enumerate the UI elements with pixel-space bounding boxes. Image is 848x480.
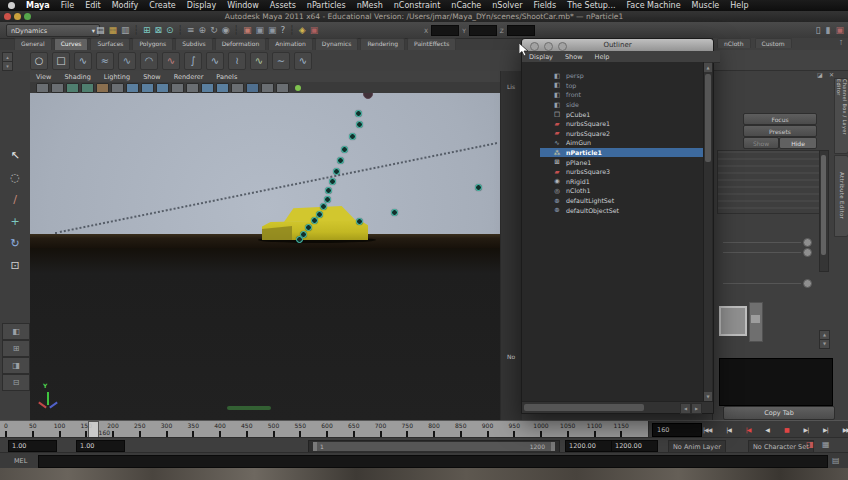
menubar-item-help[interactable]: Help (730, 1, 748, 10)
play-backwards-button[interactable]: ◀ (765, 426, 769, 433)
step-forward-frame-button[interactable]: ▶| (823, 426, 828, 433)
apple-logo-icon[interactable] (8, 2, 15, 9)
circle-tool-icon[interactable]: ○ (30, 52, 48, 70)
menubar-item-nmesh[interactable]: nMesh (357, 1, 383, 10)
scrollbar-thumb[interactable] (705, 74, 711, 162)
toggle-attr-icon[interactable]: ▣ (835, 22, 844, 38)
viewport-toolbar-icon[interactable] (51, 83, 64, 93)
select-tool-icon[interactable]: ↖ (3, 145, 27, 165)
shelf-tab-polygons[interactable]: Polygons (132, 38, 173, 50)
shelf-tab-animation[interactable]: Animation (268, 38, 313, 50)
bezier-curve-icon[interactable]: ∿ (118, 52, 136, 70)
snap-grid-icon[interactable]: ⊞ (143, 22, 151, 38)
new-scene-icon[interactable]: ▤ (96, 22, 105, 38)
current-time-field[interactable]: 160 (652, 423, 702, 437)
outliner-item-nurbssquare3[interactable]: ▰nurbsSquare3 (522, 167, 713, 177)
shelf-tab-general[interactable]: General (14, 38, 52, 50)
value-slider[interactable] (749, 302, 763, 342)
playback-start-field[interactable]: 1.00 (76, 440, 125, 452)
slider-thumb[interactable] (751, 315, 760, 323)
attribute-scrollbar[interactable] (819, 150, 829, 272)
y-coordinate-field[interactable] (469, 25, 497, 36)
shelf-tab-deformation[interactable]: Deformation (215, 38, 266, 50)
color-swatch[interactable] (719, 306, 747, 336)
attach-curve-icon[interactable]: ∿ (206, 52, 224, 70)
hide-button[interactable]: Hide (779, 137, 817, 149)
history-icon[interactable]: ≡ (187, 22, 195, 38)
outliner-item-nurbssquare1[interactable]: ▰nurbsSquare1 (522, 119, 713, 129)
toggle-sidebar-icon[interactable]: ▯ (816, 22, 821, 38)
close-window-icon[interactable] (4, 13, 11, 20)
viewport-toolbar-icon[interactable] (96, 83, 109, 93)
go-to-start-button[interactable]: |◀◀ (703, 426, 711, 433)
step-back-key-button[interactable]: |◀ (746, 426, 751, 433)
detach-curve-icon[interactable]: ≀ (228, 52, 246, 70)
scale-tool-icon[interactable]: ⊡ (3, 255, 27, 275)
outliner-menu-help[interactable]: Help (595, 53, 610, 61)
scrollbar-thumb[interactable] (524, 404, 644, 411)
shelf-tab-rendering[interactable]: Rendering (360, 38, 405, 50)
menubar-item-nparticles[interactable]: nParticles (307, 1, 346, 10)
pin-icon[interactable]: ◪ (817, 71, 823, 78)
layout-four-icon[interactable]: ⊞ (2, 340, 30, 357)
map-button[interactable] (803, 279, 812, 288)
outliner-item-persp[interactable]: ◧persp (522, 71, 713, 81)
smooth-curve-icon[interactable]: ∿ (294, 52, 312, 70)
scroll-up-icon[interactable]: ▲ (704, 63, 712, 72)
outliner-item-ncloth1[interactable]: ◎nCloth1 (522, 186, 713, 196)
scroll-down-icon[interactable]: ▼ (704, 392, 712, 401)
menubar-item-the-setup[interactable]: The Setup... (567, 1, 615, 10)
map-button[interactable] (803, 248, 812, 257)
spin-down-icon[interactable]: ▼ (819, 339, 830, 349)
x-coordinate-field[interactable] (431, 25, 459, 36)
outliner-titlebar[interactable]: Outliner (522, 39, 713, 51)
cv-curve-icon[interactable]: ∿ (74, 52, 92, 70)
anim-end-field[interactable]: 1200.00 (611, 440, 658, 452)
outliner-item-pplane1[interactable]: ⊞pPlane1 (522, 157, 713, 167)
menubar-item-face-machine[interactable]: Face Machine (626, 1, 680, 10)
paint-effects-icon[interactable]: ▣ (310, 22, 319, 38)
playback-end-field[interactable]: 1200.00 (565, 440, 612, 452)
scroll-left-icon[interactable]: ◀ (680, 403, 691, 414)
layout-persp-outliner-icon[interactable]: ⊟ (2, 374, 30, 391)
menubar-item-create[interactable]: Create (149, 1, 176, 10)
viewport-toolbar-icon[interactable] (36, 83, 49, 93)
snap-point-icon[interactable]: ⊙ (166, 22, 174, 38)
render-icon[interactable]: ▣ (243, 22, 252, 38)
viewport-toolbar-icon[interactable] (126, 83, 139, 93)
close-window-icon[interactable] (530, 42, 539, 51)
viewport-toolbar-icon[interactable] (276, 83, 289, 93)
step-forward-key-button[interactable]: ▶| (804, 426, 809, 433)
viewport-toolbar-icon[interactable] (216, 83, 229, 93)
timeline-ruler[interactable]: 0501001502002503003504004505005506006507… (0, 421, 649, 438)
outliner-item-defaultlightset[interactable]: ⊕defaultLightSet (522, 196, 713, 206)
outliner-item-top[interactable]: ◧top (522, 81, 713, 91)
menubar-item-edit[interactable]: Edit (85, 1, 101, 10)
arc-tool-icon[interactable]: ◠ (140, 52, 158, 70)
shelf-next-icon[interactable]: ▾ (2, 61, 13, 71)
toggle-toolbox-icon[interactable]: ▮ (826, 22, 831, 38)
go-to-end-button[interactable]: ▶▶| (843, 426, 848, 433)
render-settings-icon[interactable]: ▣ (268, 22, 277, 38)
ipr-render-icon[interactable]: ▣ (255, 22, 264, 38)
menuset-dropdown[interactable]: nDynamics ▾ (6, 24, 100, 37)
viewport-toolbar-icon[interactable] (186, 83, 199, 93)
z-coordinate-field[interactable] (507, 25, 535, 36)
layout-split-icon[interactable]: ◨ (2, 357, 30, 374)
menubar-item-file[interactable]: File (61, 1, 74, 10)
outliner-item-side[interactable]: ◧side (522, 100, 713, 110)
scroll-right-icon[interactable]: ▶ (691, 403, 702, 414)
menubar-item-fields[interactable]: Fields (533, 1, 556, 10)
curve-edit-icon[interactable]: ∫ (184, 52, 202, 70)
help-icon[interactable]: ? (281, 22, 286, 38)
menubar-item-nsolver[interactable]: nSolver (492, 1, 522, 10)
save-scene-icon[interactable]: ▥ (121, 22, 130, 38)
rotate-tool-icon[interactable]: ↻ (3, 233, 27, 253)
panel-menu-show[interactable]: Show (143, 73, 161, 81)
minimize-window-icon[interactable] (544, 42, 553, 51)
command-line-input[interactable] (38, 455, 828, 468)
viewport-toolbar-icon[interactable] (231, 83, 244, 93)
menubar-item-maya[interactable]: Maya (26, 1, 50, 10)
mel-label[interactable]: MEL (14, 457, 27, 465)
shelf-tab-surfaces[interactable]: Surfaces (90, 38, 130, 50)
